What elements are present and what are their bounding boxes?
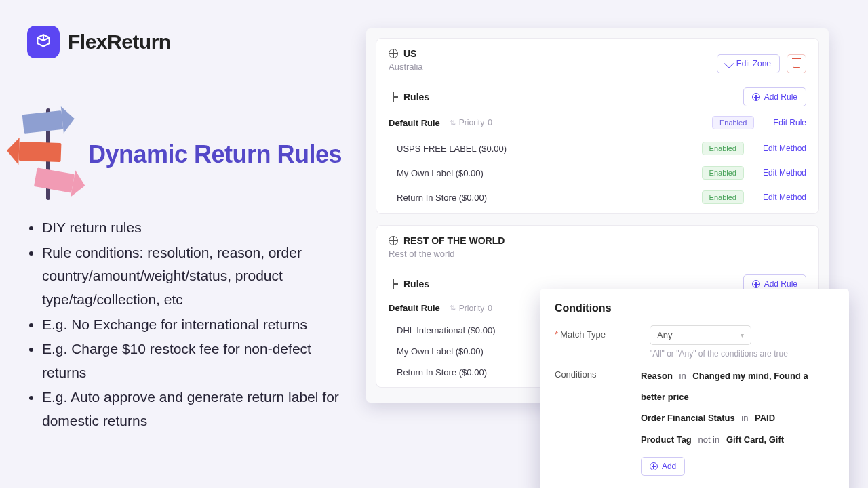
globe-icon (389, 49, 398, 58)
rules-icon (389, 92, 398, 102)
method-label: My Own Label ($0.00) (397, 168, 484, 178)
pencil-icon (724, 59, 734, 68)
rules-heading: Rules (403, 279, 429, 289)
plus-icon (650, 462, 658, 470)
edit-zone-label: Edit Zone (736, 59, 771, 68)
conditions-list: Reason in Changed my mind, Found a bette… (641, 365, 834, 478)
method-label: USPS FREE LABEL ($0.00) (397, 144, 507, 154)
hero-bullet: E.g. Auto approve and generate return la… (42, 386, 347, 432)
conditions-label: Conditions (555, 365, 625, 380)
add-condition-button[interactable]: Add (641, 457, 685, 476)
match-type-select[interactable]: Any ▾ (650, 325, 751, 345)
add-condition-label: Add (662, 462, 676, 471)
conditions-popover: Conditions *Match Type Any ▾ "All" or "A… (540, 289, 849, 488)
edit-zone-button[interactable]: Edit Zone (717, 54, 780, 73)
zone-title: US (403, 48, 416, 59)
delete-zone-button[interactable] (787, 54, 806, 73)
rules-icon (389, 279, 398, 289)
sort-icon: ⇅ (450, 119, 456, 127)
zone-card-us: US Australia Edit Zone Rules (376, 38, 819, 214)
hero-bullet: E.g. Charge $10 restock fee for non-defe… (42, 338, 347, 384)
plus-icon (752, 93, 760, 101)
method-label: DHL International ($0.00) (397, 325, 496, 336)
sort-icon: ⇅ (450, 304, 456, 312)
brand-name: FlexReturn (68, 30, 171, 54)
match-type-hint: "All" or "Any" of the conditions are tru… (650, 349, 788, 359)
globe-icon (389, 236, 398, 245)
status-badge: Enabled (712, 116, 754, 129)
status-badge: Enabled (702, 142, 744, 155)
rules-heading: Rules (403, 92, 429, 102)
zone-subtitle: Rest of the world (389, 249, 806, 266)
trash-icon (793, 60, 800, 68)
condition-row: Reason in Changed my mind, Found a bette… (641, 365, 834, 407)
match-type-label: *Match Type (555, 325, 633, 340)
popover-title: Conditions (555, 302, 834, 314)
hero-title: Dynamic Return Rules (88, 140, 342, 169)
method-label: My Own Label ($0.00) (397, 346, 484, 357)
hero-bullet: DIY return rules (42, 216, 347, 240)
rule-priority: ⇅ Priority 0 (450, 304, 492, 313)
plus-icon (752, 280, 760, 288)
edit-method-link[interactable]: Edit Method (763, 144, 806, 153)
hero-bullet: E.g. No Exchange for international retur… (42, 313, 347, 337)
condition-row: Order Financial Status in PAID (641, 407, 834, 428)
hero-bullets: DIY return rules Rule conditions: resolu… (15, 216, 347, 433)
method-row: USPS FREE LABEL ($0.00) Enabled Edit Met… (389, 136, 806, 161)
hero-section: Dynamic Return Rules DIY return rules Ru… (15, 108, 347, 434)
add-rule-label: Add Rule (764, 92, 797, 102)
rule-name: Default Rule (389, 303, 440, 313)
default-rule-row: Default Rule ⇅ Priority 0 Enabled Edit R… (389, 109, 806, 136)
edit-rule-link[interactable]: Edit Rule (773, 118, 806, 127)
method-label: Return In Store ($0.00) (397, 367, 487, 378)
edit-method-link[interactable]: Edit Method (763, 192, 806, 202)
condition-row: Product Tag not in Gift Card, Gift (641, 429, 834, 450)
match-type-value: Any (657, 330, 672, 340)
add-rule-label: Add Rule (764, 279, 797, 289)
hero-bullet: Rule conditions: resolution, reason, ord… (42, 241, 347, 312)
brand: FlexReturn (27, 26, 171, 58)
edit-method-link[interactable]: Edit Method (763, 168, 806, 178)
brand-logo-icon (27, 26, 60, 58)
chevron-down-icon: ▾ (741, 331, 744, 339)
rule-name: Default Rule (389, 118, 440, 128)
signpost-illustration (15, 108, 76, 200)
status-badge: Enabled (702, 190, 744, 204)
method-row: Return In Store ($0.00) Enabled Edit Met… (389, 185, 806, 209)
zone-subtitle: Australia (389, 62, 423, 79)
zone-title: REST OF THE WORLD (403, 235, 505, 246)
method-row: My Own Label ($0.00) Enabled Edit Method (389, 161, 806, 185)
add-rule-button[interactable]: Add Rule (743, 87, 806, 106)
method-label: Return In Store ($0.00) (397, 192, 487, 203)
status-badge: Enabled (702, 166, 744, 180)
rule-priority: ⇅ Priority 0 (450, 118, 492, 127)
